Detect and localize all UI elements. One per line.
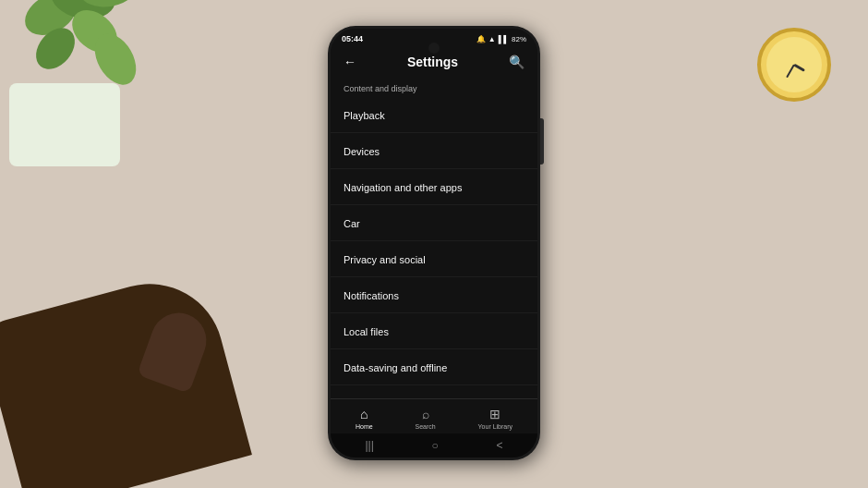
volume-icon: 🔔 (476, 35, 486, 43)
signal-icon: ▌▌ (499, 35, 509, 43)
settings-item-media-quality[interactable]: Media quality (331, 385, 537, 398)
hand-decoration (0, 285, 240, 488)
camera-notch (428, 43, 440, 54)
nav-search[interactable]: ⌕ Search (416, 407, 436, 430)
status-time: 05:44 (342, 34, 363, 43)
nav-library[interactable]: ⊞ Your Library (478, 407, 513, 430)
settings-item-label: Devices (344, 146, 380, 157)
plant-decoration-left (0, 0, 166, 185)
recents-button[interactable]: ||| (365, 439, 373, 452)
home-sys-button[interactable]: ○ (432, 439, 439, 452)
settings-item-label: Navigation and other apps (344, 182, 462, 193)
wifi-icon: ▲ (488, 35, 496, 43)
settings-item-playback[interactable]: Playback (331, 97, 537, 133)
back-sys-button[interactable]: < (497, 439, 503, 452)
settings-item-notifications[interactable]: Notifications (331, 277, 537, 313)
home-label: Home (356, 423, 373, 430)
status-icons: 🔔 ▲ ▌▌ 82% (476, 35, 526, 43)
side-button (540, 118, 544, 165)
clock-decoration (748, 18, 840, 111)
settings-item-local-files[interactable]: Local files (331, 313, 537, 349)
settings-item-label: Privacy and social (344, 254, 426, 265)
nav-home[interactable]: ⌂ Home (356, 407, 373, 430)
search-nav-icon: ⌕ (422, 407, 429, 421)
bottom-navigation: ⌂ Home ⌕ Search ⊞ Your Library (331, 398, 537, 433)
library-label: Your Library (478, 423, 513, 430)
settings-content: Content and display Playback Devices Nav… (331, 77, 537, 398)
settings-item-devices[interactable]: Devices (331, 133, 537, 169)
section-label: Content and display (331, 77, 537, 97)
search-button[interactable]: 🔍 (509, 55, 524, 69)
library-icon: ⊞ (489, 407, 500, 421)
settings-item-label: Local files (344, 326, 389, 337)
settings-item-label: Notifications (344, 290, 399, 301)
back-button[interactable]: ← (344, 55, 356, 69)
home-icon: ⌂ (360, 407, 368, 421)
battery-icon: 82% (512, 35, 526, 43)
phone: 05:44 🔔 ▲ ▌▌ 82% ← Settings 🔍 Content an… (328, 26, 540, 460)
settings-item-privacy[interactable]: Privacy and social (331, 241, 537, 277)
settings-title: Settings (407, 55, 458, 69)
settings-item-label: Data-saving and offline (344, 362, 447, 373)
phone-screen: 05:44 🔔 ▲ ▌▌ 82% ← Settings 🔍 Content an… (331, 29, 537, 458)
settings-item-car[interactable]: Car (331, 205, 537, 241)
system-navigation: ||| ○ < (331, 433, 537, 458)
settings-item-label: Car (344, 218, 360, 229)
search-label: Search (416, 423, 436, 430)
settings-item-data-saving[interactable]: Data-saving and offline (331, 349, 537, 385)
settings-item-label: Playback (344, 110, 385, 121)
settings-item-navigation[interactable]: Navigation and other apps (331, 169, 537, 205)
